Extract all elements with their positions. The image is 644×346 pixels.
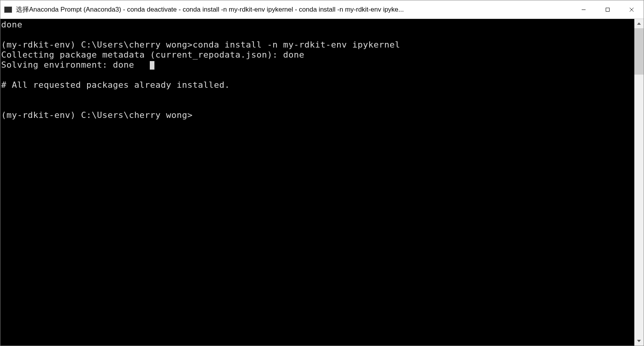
terminal-line xyxy=(1,70,634,80)
svg-rect-1 xyxy=(606,8,610,11)
scroll-track[interactable] xyxy=(634,28,644,336)
terminal-output[interactable]: done(my-rdkit-env) C:\Users\cherry wong>… xyxy=(0,19,634,346)
maximize-button[interactable] xyxy=(596,0,620,19)
terminal-line xyxy=(1,30,634,40)
window-title: 选择Anaconda Prompt (Anaconda3) - conda de… xyxy=(16,5,572,14)
terminal-line: # All requested packages already install… xyxy=(1,80,634,90)
vertical-scrollbar[interactable] xyxy=(634,19,644,346)
app-icon xyxy=(4,7,12,13)
terminal-line: done xyxy=(1,20,634,30)
terminal-cursor xyxy=(150,61,154,70)
scroll-down-arrow[interactable] xyxy=(634,336,644,346)
terminal-line: (my-rdkit-env) C:\Users\cherry wong> xyxy=(1,110,634,120)
minimize-icon xyxy=(581,7,586,12)
maximize-icon xyxy=(605,7,610,12)
scroll-up-arrow[interactable] xyxy=(634,19,644,28)
chevron-up-icon xyxy=(637,22,641,25)
window-titlebar[interactable]: 选择Anaconda Prompt (Anaconda3) - conda de… xyxy=(0,0,644,19)
close-icon xyxy=(629,7,634,12)
terminal-line: Solving environment: done xyxy=(1,60,634,70)
window-controls xyxy=(572,0,644,19)
chevron-down-icon xyxy=(637,340,641,342)
close-button[interactable] xyxy=(620,0,644,19)
terminal-line xyxy=(1,90,634,100)
scroll-thumb[interactable] xyxy=(634,28,644,75)
terminal-line: (my-rdkit-env) C:\Users\cherry wong>cond… xyxy=(1,40,634,50)
terminal-line xyxy=(1,100,634,110)
minimize-button[interactable] xyxy=(572,0,596,19)
terminal-window: 选择Anaconda Prompt (Anaconda3) - conda de… xyxy=(0,0,644,346)
terminal-line: Collecting package metadata (current_rep… xyxy=(1,50,634,60)
content-area: done(my-rdkit-env) C:\Users\cherry wong>… xyxy=(0,19,644,346)
